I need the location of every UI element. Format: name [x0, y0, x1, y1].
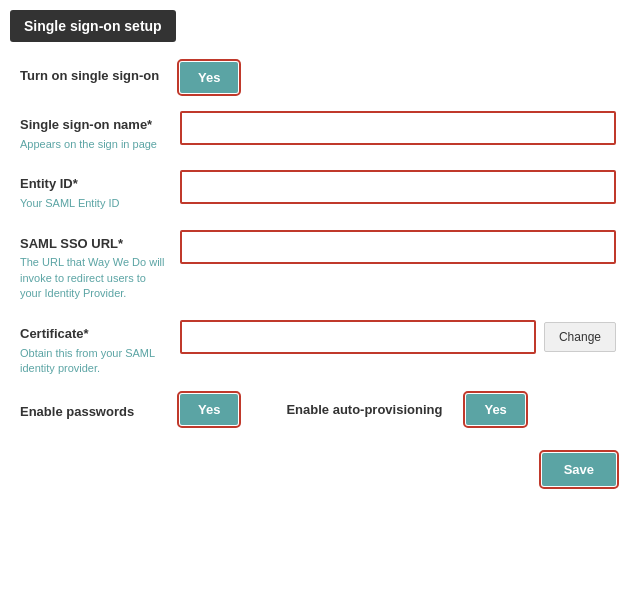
entity-id-label: Entity ID* — [20, 176, 170, 193]
sso-name-input[interactable] — [180, 111, 616, 145]
sso-name-row: Single sign-on name* Appears on the sign… — [20, 111, 616, 152]
turn-on-sso-control: Yes — [180, 62, 616, 93]
bottom-row: Enable passwords Yes Enable auto-provisi… — [20, 394, 616, 425]
saml-url-control — [180, 230, 616, 264]
sso-name-hint: Appears on the sign in page — [20, 137, 170, 152]
saml-url-row: SAML SSO URL* The URL that Way We Do wil… — [20, 230, 616, 302]
turn-on-sso-label: Turn on single sign-on — [20, 68, 159, 83]
turn-on-yes-button[interactable]: Yes — [180, 62, 238, 93]
certificate-label-col: Certificate* Obtain this from your SAML … — [20, 320, 180, 377]
sso-name-control — [180, 111, 616, 145]
certificate-control: Change — [180, 320, 616, 354]
certificate-label: Certificate* — [20, 326, 170, 343]
form-body: Turn on single sign-on Yes Single sign-o… — [0, 62, 636, 506]
enable-passwords-control: Yes Enable auto-provisioning Yes — [180, 394, 525, 425]
saml-url-hint: The URL that Way We Do will invoke to re… — [20, 255, 170, 301]
entity-id-input[interactable] — [180, 170, 616, 204]
certificate-hint: Obtain this from your SAML identity prov… — [20, 346, 170, 377]
turn-on-sso-label-col: Turn on single sign-on — [20, 62, 180, 85]
saml-url-label: SAML SSO URL* — [20, 236, 170, 253]
enable-auto-prov-label: Enable auto-provisioning — [286, 402, 442, 417]
turn-on-sso-row: Turn on single sign-on Yes — [20, 62, 616, 93]
certificate-row: Certificate* Obtain this from your SAML … — [20, 320, 616, 377]
save-button[interactable]: Save — [542, 453, 616, 486]
saml-url-input[interactable] — [180, 230, 616, 264]
page-container: Single sign-on setup Turn on single sign… — [0, 0, 636, 600]
change-button[interactable]: Change — [544, 322, 616, 352]
entity-id-hint: Your SAML Entity ID — [20, 196, 170, 211]
entity-id-label-col: Entity ID* Your SAML Entity ID — [20, 170, 180, 211]
enable-passwords-label-col: Enable passwords — [20, 398, 180, 421]
save-row: Save — [20, 443, 616, 486]
entity-id-row: Entity ID* Your SAML Entity ID — [20, 170, 616, 211]
enable-auto-prov-button[interactable]: Yes — [466, 394, 524, 425]
entity-id-control — [180, 170, 616, 204]
enable-passwords-button[interactable]: Yes — [180, 394, 238, 425]
certificate-input[interactable] — [180, 320, 536, 354]
enable-passwords-label: Enable passwords — [20, 404, 134, 419]
saml-url-label-col: SAML SSO URL* The URL that Way We Do wil… — [20, 230, 180, 302]
sso-name-label: Single sign-on name* — [20, 117, 170, 134]
page-title: Single sign-on setup — [10, 10, 176, 42]
sso-name-label-col: Single sign-on name* Appears on the sign… — [20, 111, 180, 152]
